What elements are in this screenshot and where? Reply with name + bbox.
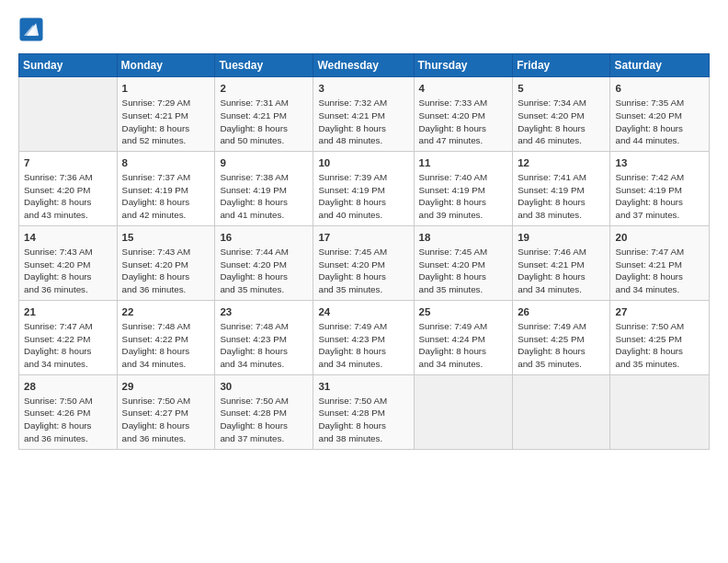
weekday-header: Monday [117,54,215,77]
header [18,17,710,42]
day-number: 21 [24,304,112,319]
day-info: Sunrise: 7:48 AM Sunset: 4:23 PM Dayligh… [220,320,308,371]
calendar-cell [414,374,513,449]
day-info: Sunrise: 7:45 AM Sunset: 4:20 PM Dayligh… [318,246,408,296]
calendar-header: SundayMondayTuesdayWednesdayThursdayFrid… [19,54,710,77]
day-number: 29 [122,379,210,394]
calendar-week-row: 14Sunrise: 7:43 AM Sunset: 4:20 PM Dayli… [19,225,710,300]
day-number: 25 [419,304,508,319]
calendar-cell [513,374,610,449]
day-number: 27 [615,304,704,319]
calendar-cell: 1Sunrise: 7:29 AM Sunset: 4:21 PM Daylig… [117,77,215,152]
calendar-cell: 16Sunrise: 7:44 AM Sunset: 4:20 PM Dayli… [215,225,313,300]
day-number: 24 [318,304,408,319]
day-number: 10 [318,155,408,170]
weekday-header: Sunday [19,54,118,77]
day-number: 4 [419,81,508,96]
day-number: 3 [318,81,408,96]
calendar-cell: 8Sunrise: 7:37 AM Sunset: 4:19 PM Daylig… [117,151,215,225]
day-number: 15 [122,230,210,245]
calendar-cell: 7Sunrise: 7:36 AM Sunset: 4:20 PM Daylig… [19,151,118,225]
day-number: 2 [220,81,308,96]
day-info: Sunrise: 7:40 AM Sunset: 4:19 PM Dayligh… [419,171,508,222]
calendar-cell: 22Sunrise: 7:48 AM Sunset: 4:22 PM Dayli… [117,300,215,374]
day-number: 22 [122,304,210,319]
calendar-cell: 12Sunrise: 7:41 AM Sunset: 4:19 PM Dayli… [513,151,610,225]
day-number: 1 [122,81,210,96]
calendar-cell: 23Sunrise: 7:48 AM Sunset: 4:23 PM Dayli… [215,300,313,374]
day-info: Sunrise: 7:50 AM Sunset: 4:28 PM Dayligh… [318,395,408,445]
calendar-week-row: 21Sunrise: 7:47 AM Sunset: 4:22 PM Dayli… [19,300,710,374]
logo-icon [18,17,44,42]
calendar-cell: 17Sunrise: 7:45 AM Sunset: 4:20 PM Dayli… [313,225,414,300]
day-number: 30 [220,379,308,394]
day-info: Sunrise: 7:49 AM Sunset: 4:23 PM Dayligh… [318,320,408,371]
day-number: 11 [419,155,508,170]
day-number: 6 [615,81,704,96]
calendar-cell: 13Sunrise: 7:42 AM Sunset: 4:19 PM Dayli… [610,151,710,225]
calendar-cell: 11Sunrise: 7:40 AM Sunset: 4:19 PM Dayli… [414,151,513,225]
calendar-cell: 4Sunrise: 7:33 AM Sunset: 4:20 PM Daylig… [414,77,513,152]
calendar-cell: 27Sunrise: 7:50 AM Sunset: 4:25 PM Dayli… [610,300,710,374]
day-number: 14 [24,230,112,245]
day-number: 17 [318,230,408,245]
calendar-cell: 9Sunrise: 7:38 AM Sunset: 4:19 PM Daylig… [215,151,313,225]
calendar-week-row: 1Sunrise: 7:29 AM Sunset: 4:21 PM Daylig… [19,77,710,152]
day-info: Sunrise: 7:45 AM Sunset: 4:20 PM Dayligh… [419,246,508,296]
calendar-cell: 19Sunrise: 7:46 AM Sunset: 4:21 PM Dayli… [513,225,610,300]
day-number: 20 [615,230,704,245]
day-info: Sunrise: 7:50 AM Sunset: 4:26 PM Dayligh… [24,395,112,445]
calendar-cell: 2Sunrise: 7:31 AM Sunset: 4:21 PM Daylig… [215,77,313,152]
day-info: Sunrise: 7:50 AM Sunset: 4:27 PM Dayligh… [122,395,210,445]
day-info: Sunrise: 7:47 AM Sunset: 4:21 PM Dayligh… [615,246,704,296]
calendar-cell: 26Sunrise: 7:49 AM Sunset: 4:25 PM Dayli… [513,300,610,374]
calendar-body: 1Sunrise: 7:29 AM Sunset: 4:21 PM Daylig… [19,77,710,450]
weekday-header: Wednesday [313,54,414,77]
day-info: Sunrise: 7:49 AM Sunset: 4:24 PM Dayligh… [419,320,508,371]
day-info: Sunrise: 7:42 AM Sunset: 4:19 PM Dayligh… [615,171,704,222]
calendar-cell: 28Sunrise: 7:50 AM Sunset: 4:26 PM Dayli… [19,374,118,449]
page: SundayMondayTuesdayWednesdayThursdayFrid… [0,0,728,563]
calendar-cell: 31Sunrise: 7:50 AM Sunset: 4:28 PM Dayli… [313,374,414,449]
day-number: 7 [24,155,112,170]
weekday-header: Tuesday [215,54,313,77]
day-info: Sunrise: 7:33 AM Sunset: 4:20 PM Dayligh… [419,97,508,147]
day-info: Sunrise: 7:46 AM Sunset: 4:21 PM Dayligh… [518,246,605,296]
calendar-cell: 15Sunrise: 7:43 AM Sunset: 4:20 PM Dayli… [117,225,215,300]
day-number: 19 [518,230,605,245]
day-info: Sunrise: 7:39 AM Sunset: 4:19 PM Dayligh… [318,171,408,222]
calendar-table: SundayMondayTuesdayWednesdayThursdayFrid… [18,53,710,450]
day-info: Sunrise: 7:43 AM Sunset: 4:20 PM Dayligh… [122,246,210,296]
calendar-cell: 21Sunrise: 7:47 AM Sunset: 4:22 PM Dayli… [19,300,118,374]
day-info: Sunrise: 7:34 AM Sunset: 4:20 PM Dayligh… [518,97,605,147]
calendar-week-row: 28Sunrise: 7:50 AM Sunset: 4:26 PM Dayli… [19,374,710,449]
day-number: 9 [220,155,308,170]
day-info: Sunrise: 7:29 AM Sunset: 4:21 PM Dayligh… [122,97,210,147]
calendar-cell: 29Sunrise: 7:50 AM Sunset: 4:27 PM Dayli… [117,374,215,449]
calendar-cell: 30Sunrise: 7:50 AM Sunset: 4:28 PM Dayli… [215,374,313,449]
calendar-cell: 25Sunrise: 7:49 AM Sunset: 4:24 PM Dayli… [414,300,513,374]
calendar-cell [19,77,118,152]
logo [18,17,48,42]
calendar-cell: 10Sunrise: 7:39 AM Sunset: 4:19 PM Dayli… [313,151,414,225]
calendar-cell: 14Sunrise: 7:43 AM Sunset: 4:20 PM Dayli… [19,225,118,300]
day-info: Sunrise: 7:32 AM Sunset: 4:21 PM Dayligh… [318,97,408,147]
day-number: 16 [220,230,308,245]
day-number: 23 [220,304,308,319]
day-info: Sunrise: 7:36 AM Sunset: 4:20 PM Dayligh… [24,171,112,222]
day-info: Sunrise: 7:44 AM Sunset: 4:20 PM Dayligh… [220,246,308,296]
calendar-cell: 24Sunrise: 7:49 AM Sunset: 4:23 PM Dayli… [313,300,414,374]
calendar-cell: 3Sunrise: 7:32 AM Sunset: 4:21 PM Daylig… [313,77,414,152]
calendar-cell: 18Sunrise: 7:45 AM Sunset: 4:20 PM Dayli… [414,225,513,300]
day-number: 18 [419,230,508,245]
day-number: 26 [518,304,605,319]
day-number: 28 [24,379,112,394]
day-number: 8 [122,155,210,170]
day-info: Sunrise: 7:31 AM Sunset: 4:21 PM Dayligh… [220,97,308,147]
day-number: 31 [318,379,408,394]
calendar-cell: 20Sunrise: 7:47 AM Sunset: 4:21 PM Dayli… [610,225,710,300]
day-info: Sunrise: 7:37 AM Sunset: 4:19 PM Dayligh… [122,171,210,222]
day-info: Sunrise: 7:47 AM Sunset: 4:22 PM Dayligh… [24,320,112,371]
calendar-week-row: 7Sunrise: 7:36 AM Sunset: 4:20 PM Daylig… [19,151,710,225]
day-info: Sunrise: 7:41 AM Sunset: 4:19 PM Dayligh… [518,171,605,222]
